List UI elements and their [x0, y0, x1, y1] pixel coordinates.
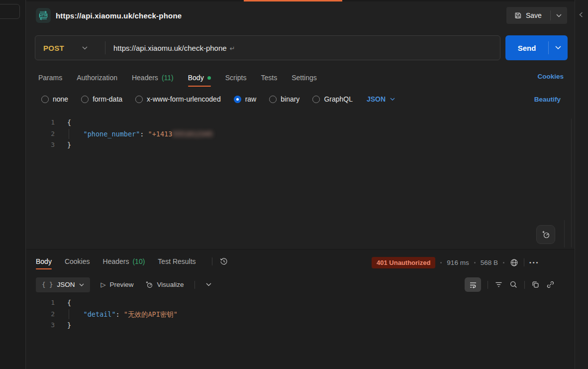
body-type-graphql[interactable]: GraphQL — [312, 95, 353, 103]
save-button[interactable]: Save — [506, 7, 567, 24]
code-line[interactable]: 1{ — [26, 117, 571, 128]
unsaved-dot-icon — [207, 76, 211, 80]
response-tabs: BodyCookiesHeaders(10)Test Results — [36, 253, 228, 269]
radio-icon — [41, 96, 49, 103]
tab-tests[interactable]: Tests — [261, 69, 277, 87]
tab-count-badge: (11) — [162, 74, 174, 82]
request-url-bar: POST https://api.xiaomu.uk/check-phone↵ — [35, 35, 500, 60]
svg-text:HTTP: HTTP — [40, 14, 47, 17]
search-icon[interactable] — [509, 280, 518, 289]
chevron-down-icon — [555, 46, 561, 50]
preview-label: Preview — [110, 281, 134, 288]
response-format-dropdown[interactable]: { } JSON — [36, 277, 90, 292]
visualize-button[interactable]: Visualize — [145, 280, 184, 289]
tab-label: Settings — [292, 74, 317, 82]
divider — [488, 281, 488, 289]
radio-label: GraphQL — [324, 95, 353, 103]
preview-button[interactable]: ▷ Preview — [101, 281, 134, 288]
wrap-text-button[interactable] — [465, 277, 481, 292]
chevron-down-icon — [390, 98, 395, 101]
tab-authorization[interactable]: Authorization — [77, 69, 117, 87]
tab-label: Params — [38, 74, 62, 82]
request-title: https://api.xiaomu.uk/check-phone — [56, 11, 182, 20]
body-type-none[interactable]: none — [41, 95, 68, 103]
right-panel-strip — [575, 0, 588, 369]
response-tab-cookies[interactable]: Cookies — [65, 253, 90, 269]
response-tabs-extra — [212, 253, 228, 269]
http-method-icon: HTTP — [36, 8, 51, 23]
save-options-button[interactable] — [551, 7, 567, 24]
chevron-down-icon — [556, 14, 562, 17]
body-type-x-www-form-urlencoded[interactable]: x-www-form-urlencoded — [135, 95, 221, 103]
raw-format-label: JSON — [367, 95, 386, 103]
radio-label: x-www-form-urlencoded — [147, 95, 221, 103]
raw-format-dropdown[interactable]: JSON — [367, 95, 395, 103]
radio-label: raw — [245, 95, 257, 103]
code-text: } — [55, 320, 71, 331]
tab-body[interactable]: Body — [188, 69, 211, 87]
left-sidebar — [0, 0, 26, 369]
send-button-label: Send — [505, 44, 548, 52]
response-size: 568 B — [481, 259, 498, 266]
radio-icon — [312, 96, 320, 103]
tab-scripts[interactable]: Scripts — [225, 69, 247, 87]
collapse-panel-button[interactable] — [579, 12, 583, 17]
method-selector[interactable]: POST — [35, 44, 105, 52]
editor-scrollbar-track — [571, 119, 572, 247]
send-options-button[interactable] — [549, 46, 568, 50]
response-tab-headers[interactable]: Headers(10) — [103, 253, 145, 269]
indent-guide — [69, 309, 69, 320]
line-number: 3 — [26, 139, 55, 151]
response-status-cluster: 401 Unauthorized 916 ms 568 B ••• — [372, 256, 539, 269]
response-body-editor[interactable]: 1{2 "detail": "无效的API密钥"3} — [26, 297, 571, 362]
request-tabs: ParamsAuthorizationHeaders(11)BodyScript… — [38, 69, 317, 87]
line-number: 3 — [26, 320, 55, 331]
tab-label: Authorization — [77, 74, 117, 82]
send-button[interactable]: Send — [505, 35, 568, 60]
code-line[interactable]: 3} — [26, 139, 571, 151]
radio-label: form-data — [93, 95, 122, 103]
braces-icon: { } — [42, 281, 53, 288]
request-body-editor[interactable]: 1{2 "phone_number": "+141355510123453} — [26, 117, 571, 248]
filter-icon[interactable] — [494, 280, 503, 289]
response-tab-body[interactable]: Body — [36, 253, 52, 269]
tab-label: Tests — [261, 74, 277, 82]
copy-icon[interactable] — [531, 280, 540, 289]
response-toolbar: { } JSON ▷ Preview Visualize — [36, 277, 211, 292]
divider — [524, 258, 524, 266]
postbot-button[interactable] — [536, 225, 555, 244]
radio-icon — [81, 96, 89, 103]
code-line[interactable]: 1{ — [26, 297, 571, 309]
body-type-binary[interactable]: binary — [269, 95, 299, 103]
link-icon[interactable] — [546, 280, 555, 289]
tab-settings[interactable]: Settings — [292, 69, 317, 87]
radio-icon — [234, 96, 241, 103]
beautify-link[interactable]: Beautify — [534, 96, 561, 103]
response-tab-label: Test Results — [158, 257, 196, 265]
code-line[interactable]: 3} — [26, 320, 571, 331]
url-input[interactable]: https://api.xiaomu.uk/check-phone↵ — [105, 44, 235, 52]
tab-headers[interactable]: Headers(11) — [132, 69, 174, 87]
body-type-raw[interactable]: raw — [234, 95, 257, 103]
app-window: HTTP https://api.xiaomu.uk/check-phone S… — [0, 0, 588, 369]
toolbar-chevron-down-icon[interactable] — [206, 283, 211, 286]
response-tab-label: Body — [36, 257, 52, 265]
save-icon — [514, 11, 522, 19]
status-badge: 401 Unauthorized — [372, 257, 435, 268]
code-text: { — [55, 297, 71, 309]
line-number: 1 — [26, 297, 55, 309]
tab-params[interactable]: Params — [38, 69, 62, 87]
code-text: "phone_number": "+14135551012345 — [55, 128, 213, 140]
save-button-main[interactable]: Save — [506, 7, 550, 24]
code-line[interactable]: 2 "detail": "无效的API密钥" — [26, 309, 571, 320]
code-line[interactable]: 2 "phone_number": "+14135551012345 — [26, 128, 571, 140]
response-tab-test-results[interactable]: Test Results — [158, 253, 196, 269]
body-type-form-data[interactable]: form-data — [81, 95, 122, 103]
play-icon: ▷ — [101, 281, 106, 288]
cookies-link[interactable]: Cookies — [537, 73, 564, 80]
line-number: 1 — [26, 117, 55, 128]
history-icon[interactable] — [219, 257, 228, 266]
network-globe-icon[interactable] — [509, 258, 519, 267]
response-format-label: JSON — [57, 281, 75, 288]
more-options-button[interactable]: ••• — [529, 259, 540, 265]
